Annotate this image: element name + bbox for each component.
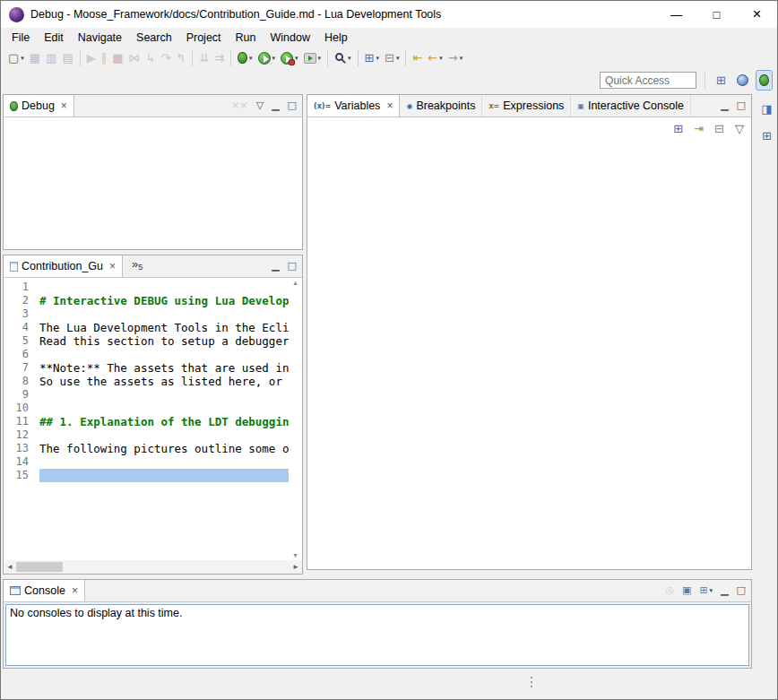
code-line[interactable]: The Lua Development Tools in the Ecli (39, 321, 289, 334)
maximize-view-button[interactable]: □ (285, 257, 299, 276)
close-tab-icon[interactable]: × (72, 584, 78, 597)
close-tab-icon[interactable]: × (109, 260, 116, 272)
step-over-button[interactable]: ↷ (158, 48, 173, 67)
tab-contribution-guide[interactable]: Contribution_Gu × (4, 255, 123, 277)
code-line[interactable] (39, 428, 289, 442)
line-number[interactable]: 7 (4, 361, 29, 375)
drop-to-frame-button[interactable]: ⇊ (196, 48, 212, 67)
run-button[interactable]: ▾ (255, 48, 279, 67)
tab-expressions[interactable]: x=Expressions (482, 95, 571, 117)
open-console-dropdown-icon[interactable]: ▾ (710, 587, 713, 594)
forward-button[interactable]: →▾ (445, 48, 465, 67)
outline-view-button[interactable]: ⊞ (761, 126, 773, 145)
code-area[interactable]: # Interactive DEBUG using Lua DevelopThe… (36, 278, 289, 560)
new-button[interactable]: ▢▾ (5, 48, 27, 67)
collapse-all-button[interactable]: ⊟ (712, 120, 727, 139)
open-element-button[interactable]: ⊞▾ (362, 48, 382, 67)
code-line[interactable] (39, 388, 289, 402)
line-number[interactable]: 12 (4, 428, 29, 442)
line-number[interactable]: 3 (4, 307, 29, 321)
tab-variables[interactable]: (x)=Variables× (307, 95, 400, 117)
search-dropdown-icon[interactable]: ▾ (348, 55, 351, 62)
line-number[interactable]: 8 (4, 375, 29, 388)
perspective-ldt-button[interactable] (734, 71, 751, 90)
open-element-dropdown-icon[interactable]: ▾ (376, 55, 380, 62)
suspend-button[interactable]: ‖ (99, 48, 110, 67)
line-number[interactable]: 6 (4, 348, 29, 361)
line-number[interactable]: 14 (4, 455, 29, 469)
line-number[interactable]: 5 (4, 334, 29, 348)
perspective-debug-button[interactable] (756, 71, 772, 90)
line-number[interactable]: 13 (4, 442, 29, 455)
maximize-view-button[interactable]: □ (734, 97, 748, 116)
minimize-view-button[interactable]: ▁ (718, 582, 730, 601)
code-line[interactable] (39, 469, 289, 482)
menu-project[interactable]: Project (179, 30, 229, 46)
restore-view-button[interactable]: ◨ (760, 99, 773, 118)
step-into-button[interactable]: ↳ (143, 48, 159, 67)
minimize-window-button[interactable]: — (656, 1, 696, 28)
code-line[interactable]: The following pictures outline some o (39, 442, 289, 455)
code-line[interactable]: ## 1. Explanation of the LDT debuggin (39, 415, 289, 428)
code-line[interactable]: # Interactive DEBUG using Lua Develop (39, 294, 289, 307)
code-line[interactable] (39, 307, 289, 321)
terminate-button[interactable]: ■ (109, 48, 125, 67)
menu-help[interactable]: Help (317, 30, 355, 46)
line-number[interactable]: 9 (4, 388, 29, 402)
menu-search[interactable]: Search (129, 30, 179, 46)
debug-button[interactable]: ▾ (235, 48, 255, 67)
debug-dropdown-icon[interactable]: ▾ (249, 55, 253, 62)
tab-overflow-button[interactable]: » 5 (123, 255, 148, 277)
quick-access-input[interactable] (600, 72, 696, 89)
code-line[interactable]: Read this section to setup a debugger (39, 334, 289, 348)
search-button[interactable]: ▾ (332, 48, 354, 67)
view-menu-button[interactable]: ▽ (254, 97, 266, 116)
close-tab-icon[interactable]: × (61, 99, 67, 112)
minimize-view-button[interactable]: ▁ (269, 97, 281, 116)
menu-run[interactable]: Run (229, 30, 264, 46)
external-tools-dropdown-icon[interactable]: ▾ (318, 55, 322, 62)
run-dropdown-icon[interactable]: ▾ (272, 55, 276, 62)
code-line[interactable]: **Note:** The assets that are used in (39, 361, 289, 375)
minimize-view-button[interactable]: ▁ (269, 257, 281, 276)
scrollbar-thumb[interactable] (16, 562, 63, 572)
save-all-button[interactable]: ▥ (43, 48, 59, 67)
display-selected-console-button[interactable]: ▣ (679, 582, 694, 601)
vertical-scrollbar[interactable]: ▲ ▼ (289, 278, 302, 560)
code-line[interactable] (39, 281, 289, 294)
scroll-up-icon[interactable]: ▲ (292, 280, 298, 286)
step-return-button[interactable]: ↰ (173, 48, 188, 67)
view-menu-button[interactable]: ▽ (732, 120, 747, 139)
minimize-view-button[interactable]: ▁ (718, 97, 730, 116)
new-dropdown-icon[interactable]: ▾ (21, 55, 24, 62)
code-line[interactable] (39, 455, 289, 469)
close-window-button[interactable]: × (737, 1, 777, 28)
back-dropdown-icon[interactable]: ▾ (439, 55, 443, 62)
resize-grip[interactable] (531, 677, 532, 687)
line-number[interactable]: 2 (4, 294, 29, 307)
tab-breakpoints[interactable]: ◉Breakpoints (400, 95, 482, 117)
line-number[interactable]: 4 (4, 321, 29, 334)
open-console-button[interactable]: ⊞▾ (696, 582, 715, 601)
maximize-view-button[interactable]: □ (285, 97, 299, 116)
line-number[interactable]: 11 (4, 415, 29, 428)
print-button[interactable]: ▤ (59, 48, 75, 67)
code-line[interactable] (39, 402, 289, 415)
pin-console-button[interactable]: ◎ (662, 582, 677, 601)
tab-interactive-console[interactable]: ▣Interactive Console (571, 95, 691, 117)
resume-button[interactable]: ▶ (84, 48, 99, 67)
maximize-view-button[interactable]: □ (734, 582, 748, 601)
tab-console[interactable]: Console × (4, 580, 85, 601)
external-tools-button[interactable]: ▾ (301, 48, 324, 67)
profile-button[interactable]: ▾ (278, 48, 301, 67)
last-edit-location-button[interactable]: ⇤ (410, 48, 425, 67)
horizontal-scrollbar[interactable]: ◄ ► (4, 560, 302, 574)
save-button[interactable]: ▦ (27, 48, 43, 67)
tab-debug[interactable]: Debug × (4, 95, 74, 117)
use-step-filters-button[interactable]: ⇉ (212, 48, 227, 67)
code-line[interactable] (39, 348, 289, 361)
line-number[interactable]: 1 (4, 281, 29, 294)
pin-editor-button[interactable]: ⊟▾ (382, 48, 402, 67)
show-logical-structure-button[interactable]: ⊞ (670, 120, 686, 139)
scroll-down-icon[interactable]: ▼ (292, 552, 298, 558)
